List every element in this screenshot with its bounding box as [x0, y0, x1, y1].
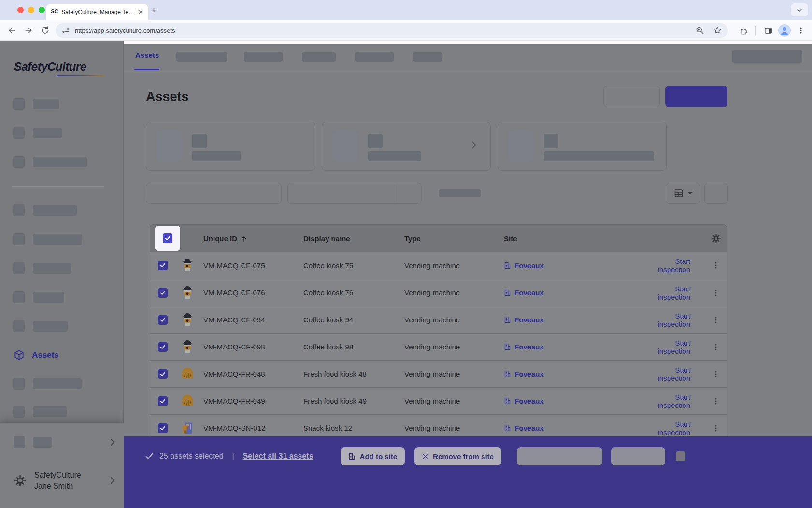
asset-display-name: Coffee kiosk 94 [299, 316, 400, 324]
summary-card[interactable] [322, 122, 491, 171]
row-checkbox-cell [150, 315, 175, 325]
view-mode-button[interactable] [666, 183, 700, 204]
row-action-cell: Start inspection [645, 312, 705, 328]
profile-button[interactable] [776, 22, 793, 39]
tab-title: SafetyCulture: Manage Teams and... [61, 9, 134, 15]
summary-card[interactable] [146, 122, 315, 171]
row-checkbox[interactable] [158, 369, 168, 379]
start-inspection-link[interactable]: Start inspection [657, 366, 690, 382]
skeleton-bar-button[interactable] [611, 447, 665, 465]
sidebar-item-assets[interactable]: Assets [14, 349, 59, 361]
coffee-cup-icon [181, 340, 194, 354]
row-menu-button[interactable] [705, 289, 727, 297]
row-checkbox[interactable] [158, 342, 168, 352]
table-row[interactable]: VM-MACQ-CF-075 Coffee kiosk 75 Vending m… [150, 252, 727, 279]
primary-action-button[interactable] [665, 86, 727, 107]
asset-site-link[interactable]: Foveaux [500, 424, 645, 432]
row-checkbox[interactable] [158, 423, 168, 433]
start-inspection-link[interactable]: Start inspection [657, 257, 690, 274]
add-to-site-button[interactable]: Add to site [341, 447, 405, 465]
asset-site-link[interactable]: Foveaux [500, 397, 645, 405]
table-row[interactable]: VM-MACQ-CF-094 Coffee kiosk 94 Vending m… [150, 306, 727, 333]
maximize-window-button[interactable] [39, 7, 45, 13]
start-inspection-link[interactable]: Start inspection [657, 285, 690, 301]
site-name[interactable]: Foveaux [514, 316, 544, 324]
row-checkbox[interactable] [158, 315, 168, 325]
caret-down-icon [687, 192, 693, 195]
close-tab-icon[interactable]: ✕ [138, 8, 143, 16]
table-row[interactable]: VM-MACQ-CF-098 Coffee kiosk 98 Vending m… [150, 333, 727, 360]
asset-site-link[interactable]: Foveaux [500, 343, 645, 351]
site-name[interactable]: Foveaux [514, 289, 544, 297]
site-name[interactable]: Foveaux [514, 424, 544, 432]
card-skeleton-label [192, 151, 241, 161]
column-settings-button[interactable] [705, 233, 727, 244]
site-name[interactable]: Foveaux [514, 397, 544, 405]
forward-button[interactable] [20, 22, 37, 39]
start-inspection-link[interactable]: Start inspection [657, 339, 690, 355]
table-row[interactable]: VM-MACQ-FR-049 Fresh food kiosk 49 Vendi… [150, 387, 727, 414]
start-inspection-link[interactable]: Start inspection [657, 312, 690, 328]
close-icon [422, 453, 428, 460]
row-menu-button[interactable] [705, 261, 727, 269]
row-menu-button[interactable] [705, 397, 727, 405]
url-text[interactable]: https://app.safetyculture.com/assets [75, 27, 690, 34]
asset-unique-id: VM-MACQ-FR-049 [199, 397, 299, 405]
zoom-icon[interactable] [695, 26, 705, 35]
coffee-cup-icon [181, 259, 194, 272]
secondary-action-button[interactable] [603, 86, 660, 107]
side-panel-button[interactable] [760, 22, 776, 39]
bookmark-star-icon[interactable] [712, 26, 722, 35]
chevron-right-icon[interactable] [471, 141, 477, 149]
row-menu-button[interactable] [705, 316, 727, 324]
site-name[interactable]: Foveaux [514, 343, 544, 351]
dismiss-selection-button[interactable] [676, 451, 685, 461]
row-checkbox[interactable] [158, 261, 168, 270]
asset-site-link[interactable]: Foveaux [500, 289, 645, 297]
skeleton-bar-button[interactable] [517, 447, 602, 465]
column-header-unique-id[interactable]: Unique ID [199, 234, 299, 243]
row-checkbox[interactable] [158, 396, 168, 406]
column-header-display-name[interactable]: Display name [299, 234, 400, 243]
more-options-button[interactable] [704, 183, 728, 204]
start-inspection-link[interactable]: Start inspection [657, 420, 690, 436]
reload-button[interactable] [37, 22, 53, 39]
row-menu-button[interactable] [705, 424, 727, 432]
start-inspection-link[interactable]: Start inspection [657, 393, 690, 409]
new-tab-button[interactable]: + [151, 5, 157, 15]
address-bar[interactable]: https://app.safetyculture.com/assets [56, 23, 728, 38]
org-name: SafetyCulture [34, 469, 81, 480]
row-menu-button[interactable] [705, 370, 727, 378]
remove-from-site-button[interactable]: Remove from site [414, 447, 501, 465]
asset-site-link[interactable]: Foveaux [500, 370, 645, 378]
asset-site-link[interactable]: Foveaux [500, 316, 645, 324]
extensions-button[interactable] [735, 22, 752, 39]
close-window-button[interactable] [17, 7, 24, 13]
asset-site-link[interactable]: Foveaux [500, 261, 645, 270]
site-settings-icon[interactable] [61, 26, 70, 35]
browser-menu-button[interactable] [793, 22, 809, 39]
user-name: Jane Smith [34, 480, 81, 492]
browser-tab[interactable]: SC SafetyCulture: Manage Teams and... ✕ [46, 4, 148, 20]
minimize-window-button[interactable] [28, 7, 34, 13]
site-name[interactable]: Foveaux [514, 261, 544, 270]
skeleton-nav-icon [13, 291, 25, 303]
summary-card[interactable] [498, 122, 667, 171]
tab-assets[interactable]: Assets [135, 51, 159, 59]
sidebar-bottom-item[interactable] [14, 436, 115, 448]
account-switcher[interactable]: SafetyCulture Jane Smith [14, 469, 115, 492]
table-row[interactable]: VM-MACQ-CF-076 Coffee kiosk 76 Vending m… [150, 279, 727, 306]
search-filter-input[interactable] [146, 183, 282, 204]
row-menu-button[interactable] [705, 343, 727, 351]
site-name[interactable]: Foveaux [514, 370, 544, 378]
page-title: Assets [146, 89, 189, 104]
table-row[interactable]: VM-MACQ-FR-048 Fresh food kiosk 48 Vendi… [150, 360, 727, 387]
row-checkbox[interactable] [158, 288, 168, 298]
skeleton-nav-label [33, 99, 59, 109]
filter-dropdown[interactable] [287, 183, 422, 204]
asset-thumbnail [175, 313, 199, 327]
back-button[interactable] [4, 22, 20, 39]
window-menu-chevron[interactable] [791, 3, 808, 16]
select-all-checkbox[interactable] [163, 233, 172, 243]
select-all-link[interactable]: Select all 31 assets [243, 452, 313, 461]
